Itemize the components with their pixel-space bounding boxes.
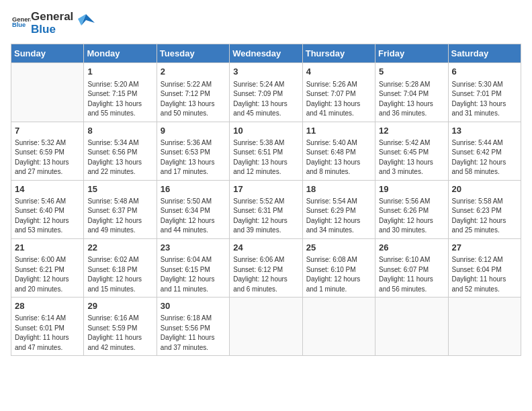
logo-icon: General Blue (12, 15, 31, 30)
calendar-day-cell: 14Sunrise: 5:46 AMSunset: 6:40 PMDayligh… (11, 180, 84, 238)
day-number: 13 (452, 125, 517, 137)
day-info: Sunrise: 6:04 AMSunset: 6:15 PMDaylight:… (161, 255, 226, 294)
day-number: 24 (233, 242, 298, 254)
day-number: 14 (15, 183, 80, 195)
logo-bird-icon (76, 11, 96, 31)
calendar-day-cell: 23Sunrise: 6:04 AMSunset: 6:15 PMDayligh… (157, 238, 229, 297)
calendar-day-cell: 16Sunrise: 5:50 AMSunset: 6:34 PMDayligh… (157, 180, 229, 238)
day-info: Sunrise: 5:22 AMSunset: 7:12 PMDaylight:… (161, 80, 226, 119)
svg-text:Blue: Blue (12, 21, 26, 28)
day-info: Sunrise: 5:50 AMSunset: 6:34 PMDaylight:… (161, 197, 226, 236)
day-info: Sunrise: 6:12 AMSunset: 6:04 PMDaylight:… (452, 255, 517, 294)
day-number: 19 (379, 183, 444, 195)
day-number: 1 (87, 66, 152, 78)
header: General Blue General Blue (11, 11, 521, 36)
logo-general: General (31, 11, 73, 24)
calendar-day-cell: 22Sunrise: 6:02 AMSunset: 6:18 PMDayligh… (84, 238, 157, 297)
calendar-day-cell: 7Sunrise: 5:32 AMSunset: 6:59 PMDaylight… (11, 122, 84, 180)
calendar-week-row: 21Sunrise: 6:00 AMSunset: 6:21 PMDayligh… (11, 238, 521, 297)
day-number: 4 (306, 66, 371, 78)
logo: General Blue General Blue (11, 11, 96, 36)
day-number: 3 (233, 66, 298, 78)
calendar-day-cell: 30Sunrise: 6:18 AMSunset: 5:56 PMDayligh… (157, 298, 229, 356)
day-info: Sunrise: 6:08 AMSunset: 6:10 PMDaylight:… (306, 255, 371, 294)
day-of-week-header: Monday (84, 44, 157, 63)
day-number: 7 (15, 125, 80, 137)
day-info: Sunrise: 5:40 AMSunset: 6:48 PMDaylight:… (306, 138, 371, 177)
calendar-day-cell: 29Sunrise: 6:16 AMSunset: 5:59 PMDayligh… (84, 298, 157, 356)
day-of-week-header: Wednesday (230, 44, 302, 63)
day-info: Sunrise: 5:54 AMSunset: 6:29 PMDaylight:… (306, 197, 371, 236)
day-info: Sunrise: 5:42 AMSunset: 6:45 PMDaylight:… (379, 138, 444, 177)
calendar-day-cell: 20Sunrise: 5:58 AMSunset: 6:23 PMDayligh… (448, 180, 521, 238)
day-info: Sunrise: 6:00 AMSunset: 6:21 PMDaylight:… (15, 255, 80, 294)
logo-wordmark: General Blue (31, 11, 73, 36)
calendar-day-cell: 12Sunrise: 5:42 AMSunset: 6:45 PMDayligh… (375, 122, 448, 180)
day-number: 16 (161, 183, 226, 195)
calendar-day-cell: 4Sunrise: 5:26 AMSunset: 7:07 PMDaylight… (302, 63, 375, 122)
calendar-day-cell: 21Sunrise: 6:00 AMSunset: 6:21 PMDayligh… (11, 238, 84, 297)
day-info: Sunrise: 5:32 AMSunset: 6:59 PMDaylight:… (15, 138, 80, 177)
calendar-week-row: 7Sunrise: 5:32 AMSunset: 6:59 PMDaylight… (11, 122, 521, 180)
day-number: 22 (87, 242, 152, 254)
day-info: Sunrise: 5:52 AMSunset: 6:31 PMDaylight:… (233, 197, 298, 236)
day-of-week-header: Tuesday (157, 44, 229, 63)
day-number: 9 (161, 125, 226, 137)
day-info: Sunrise: 6:02 AMSunset: 6:18 PMDaylight:… (87, 255, 152, 294)
calendar-table: SundayMondayTuesdayWednesdayThursdayFrid… (11, 44, 521, 356)
calendar-day-cell: 13Sunrise: 5:44 AMSunset: 6:42 PMDayligh… (448, 122, 521, 180)
day-info: Sunrise: 6:10 AMSunset: 6:07 PMDaylight:… (379, 255, 444, 294)
calendar-day-cell: 19Sunrise: 5:56 AMSunset: 6:26 PMDayligh… (375, 180, 448, 238)
day-number: 26 (379, 242, 444, 254)
day-number: 28 (15, 300, 80, 312)
day-number: 2 (161, 66, 226, 78)
calendar-day-cell (302, 298, 375, 356)
calendar-day-cell: 11Sunrise: 5:40 AMSunset: 6:48 PMDayligh… (302, 122, 375, 180)
day-info: Sunrise: 5:48 AMSunset: 6:37 PMDaylight:… (87, 197, 152, 236)
calendar-day-cell: 17Sunrise: 5:52 AMSunset: 6:31 PMDayligh… (230, 180, 302, 238)
calendar-day-cell (375, 298, 448, 356)
day-info: Sunrise: 5:56 AMSunset: 6:26 PMDaylight:… (379, 197, 444, 236)
day-info: Sunrise: 6:16 AMSunset: 5:59 PMDaylight:… (87, 314, 152, 353)
calendar-day-cell: 26Sunrise: 6:10 AMSunset: 6:07 PMDayligh… (375, 238, 448, 297)
calendar-day-cell: 6Sunrise: 5:30 AMSunset: 7:01 PMDaylight… (448, 63, 521, 122)
calendar-day-cell (230, 298, 302, 356)
calendar-day-cell: 8Sunrise: 5:34 AMSunset: 6:56 PMDaylight… (84, 122, 157, 180)
day-number: 27 (452, 242, 517, 254)
day-info: Sunrise: 5:28 AMSunset: 7:04 PMDaylight:… (379, 80, 444, 119)
day-number: 17 (233, 183, 298, 195)
day-info: Sunrise: 5:20 AMSunset: 7:15 PMDaylight:… (87, 80, 152, 119)
day-number: 12 (379, 125, 444, 137)
calendar-week-row: 28Sunrise: 6:14 AMSunset: 6:01 PMDayligh… (11, 298, 521, 356)
day-info: Sunrise: 6:14 AMSunset: 6:01 PMDaylight:… (15, 314, 80, 353)
day-number: 21 (15, 242, 80, 254)
day-number: 15 (87, 183, 152, 195)
day-info: Sunrise: 5:58 AMSunset: 6:23 PMDaylight:… (452, 197, 517, 236)
calendar-day-cell: 28Sunrise: 6:14 AMSunset: 6:01 PMDayligh… (11, 298, 84, 356)
calendar-day-cell: 25Sunrise: 6:08 AMSunset: 6:10 PMDayligh… (302, 238, 375, 297)
day-number: 11 (306, 125, 371, 137)
day-info: Sunrise: 5:44 AMSunset: 6:42 PMDaylight:… (452, 138, 517, 177)
day-info: Sunrise: 5:24 AMSunset: 7:09 PMDaylight:… (233, 80, 298, 119)
calendar-day-cell: 2Sunrise: 5:22 AMSunset: 7:12 PMDaylight… (157, 63, 229, 122)
day-info: Sunrise: 5:36 AMSunset: 6:53 PMDaylight:… (161, 138, 226, 177)
day-number: 18 (306, 183, 371, 195)
day-number: 10 (233, 125, 298, 137)
day-number: 5 (379, 66, 444, 78)
logo-text: General Blue (11, 15, 31, 32)
day-info: Sunrise: 5:26 AMSunset: 7:07 PMDaylight:… (306, 80, 371, 119)
calendar-day-cell: 9Sunrise: 5:36 AMSunset: 6:53 PMDaylight… (157, 122, 229, 180)
calendar-day-cell: 18Sunrise: 5:54 AMSunset: 6:29 PMDayligh… (302, 180, 375, 238)
calendar-day-cell (11, 63, 84, 122)
day-info: Sunrise: 5:46 AMSunset: 6:40 PMDaylight:… (15, 197, 80, 236)
day-number: 29 (87, 300, 152, 312)
day-number: 6 (452, 66, 517, 78)
day-number: 30 (161, 300, 226, 312)
calendar-day-cell: 15Sunrise: 5:48 AMSunset: 6:37 PMDayligh… (84, 180, 157, 238)
calendar-week-row: 1Sunrise: 5:20 AMSunset: 7:15 PMDaylight… (11, 63, 521, 122)
calendar-header-row: SundayMondayTuesdayWednesdayThursdayFrid… (11, 44, 521, 63)
day-info: Sunrise: 5:34 AMSunset: 6:56 PMDaylight:… (87, 138, 152, 177)
calendar-day-cell: 10Sunrise: 5:38 AMSunset: 6:51 PMDayligh… (230, 122, 302, 180)
day-info: Sunrise: 5:38 AMSunset: 6:51 PMDaylight:… (233, 138, 298, 177)
day-of-week-header: Saturday (448, 44, 521, 63)
